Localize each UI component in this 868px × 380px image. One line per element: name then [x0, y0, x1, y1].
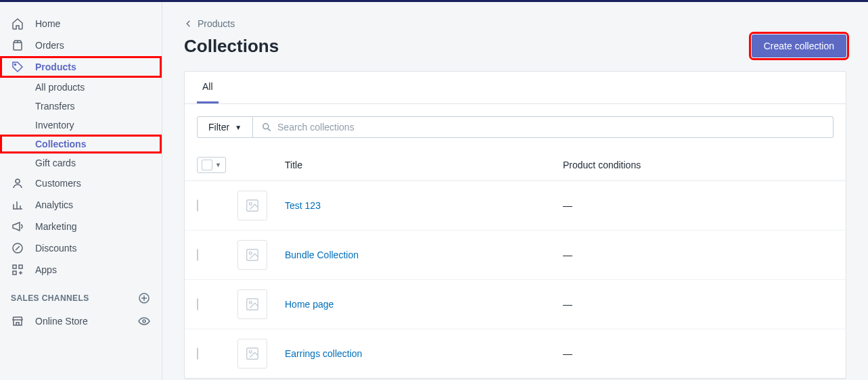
- row-conditions: —: [563, 348, 833, 359]
- megaphone-icon: [11, 220, 24, 233]
- row-conditions: —: [563, 250, 833, 260]
- table-row: Test 123 —: [185, 181, 846, 230]
- image-placeholder-icon: [237, 191, 267, 220]
- sidebar-item-discounts[interactable]: Discounts: [0, 237, 162, 259]
- tabs: All: [185, 72, 846, 104]
- svg-rect-5: [19, 265, 22, 268]
- sidebar-subitem-gift-cards[interactable]: Gift cards: [0, 153, 162, 172]
- sidebar-item-label: Apps: [35, 264, 57, 275]
- th-conditions: Product conditions: [563, 160, 833, 170]
- row-checkbox[interactable]: [197, 199, 198, 212]
- svg-rect-6: [13, 271, 16, 275]
- sidebar-item-label: Customers: [35, 178, 81, 189]
- sidebar-subitem-transfers[interactable]: Transfers: [0, 97, 162, 116]
- svg-point-8: [143, 320, 145, 323]
- filter-button[interactable]: Filter ▼: [197, 116, 253, 138]
- create-collection-button[interactable]: Create collection: [752, 34, 846, 57]
- discount-icon: [11, 241, 24, 255]
- table-row: Home page —: [185, 279, 846, 329]
- add-channel-icon[interactable]: [137, 291, 151, 305]
- sidebar-item-marketing[interactable]: Marketing: [0, 216, 162, 237]
- sidebar-item-label: Orders: [35, 40, 64, 51]
- sidebar-item-products[interactable]: Products: [0, 56, 162, 78]
- channel-label: Online Store: [35, 316, 88, 327]
- image-placeholder-icon: [237, 339, 267, 369]
- collection-link[interactable]: Bundle Collection: [285, 250, 359, 260]
- search-input[interactable]: [277, 122, 825, 133]
- collections-card: All Filter ▼ ▼: [184, 71, 846, 379]
- table-header: ▼ Title Product conditions: [185, 150, 846, 181]
- sidebar-item-customers[interactable]: Customers: [0, 172, 162, 194]
- tag-icon: [11, 60, 24, 74]
- home-icon: [11, 17, 24, 30]
- row-checkbox[interactable]: [197, 298, 198, 310]
- th-title: Title: [285, 160, 563, 170]
- select-all-checkbox[interactable]: ▼: [197, 157, 226, 173]
- svg-point-9: [263, 124, 269, 129]
- row-checkbox[interactable]: [197, 348, 198, 360]
- sidebar-item-home[interactable]: Home: [0, 13, 162, 34]
- tab-all[interactable]: All: [197, 72, 219, 103]
- table-row: Earrings collection —: [185, 329, 846, 378]
- eye-icon[interactable]: [137, 314, 151, 328]
- apps-icon: [11, 263, 24, 277]
- caret-down-icon: ▼: [235, 124, 242, 131]
- analytics-icon: [11, 198, 24, 212]
- row-conditions: —: [563, 200, 833, 211]
- sidebar-subitem-collections[interactable]: Collections: [0, 135, 162, 153]
- orders-icon: [11, 39, 24, 52]
- sidebar-item-orders[interactable]: Orders: [0, 34, 162, 56]
- image-placeholder-icon: [237, 289, 267, 319]
- sidebar-item-label: Products: [35, 62, 76, 72]
- channel-online-store[interactable]: Online Store: [0, 310, 162, 332]
- sidebar-item-label: Discounts: [35, 243, 76, 254]
- sidebar-subitem-inventory[interactable]: Inventory: [0, 116, 162, 135]
- svg-point-11: [249, 202, 252, 205]
- svg-point-17: [249, 350, 252, 353]
- row-conditions: —: [563, 299, 833, 310]
- svg-point-2: [16, 179, 20, 183]
- svg-point-1: [15, 64, 16, 66]
- main-content: Products Collections Create collection A…: [162, 2, 868, 380]
- breadcrumb[interactable]: Products: [184, 18, 846, 29]
- image-placeholder-icon: [237, 240, 267, 270]
- table-row: Bundle Collection —: [185, 230, 846, 279]
- svg-rect-0: [14, 43, 22, 50]
- sidebar-item-label: Home: [35, 18, 60, 29]
- customer-icon: [11, 176, 24, 190]
- svg-point-13: [249, 252, 252, 254]
- collection-link[interactable]: Home page: [285, 299, 334, 310]
- sidebar: Home Orders Products All products Transf…: [0, 2, 162, 380]
- collection-link[interactable]: Test 123: [285, 200, 321, 211]
- store-icon: [11, 314, 24, 328]
- sidebar-item-label: Analytics: [35, 199, 73, 210]
- search-icon: [261, 122, 272, 133]
- svg-rect-4: [13, 265, 16, 268]
- caret-down-icon: ▼: [215, 162, 221, 168]
- svg-point-15: [249, 301, 252, 304]
- sidebar-item-analytics[interactable]: Analytics: [0, 194, 162, 216]
- sidebar-subitem-all-products[interactable]: All products: [0, 78, 162, 97]
- page-title: Collections: [184, 36, 279, 57]
- collection-link[interactable]: Earrings collection: [285, 348, 362, 359]
- sidebar-item-label: Marketing: [35, 221, 76, 232]
- row-checkbox[interactable]: [197, 249, 198, 261]
- chevron-left-icon: [184, 19, 193, 28]
- sales-channels-header: SALES CHANNELS: [0, 281, 162, 310]
- sidebar-item-apps[interactable]: Apps: [0, 259, 162, 281]
- search-collections[interactable]: [253, 116, 833, 138]
